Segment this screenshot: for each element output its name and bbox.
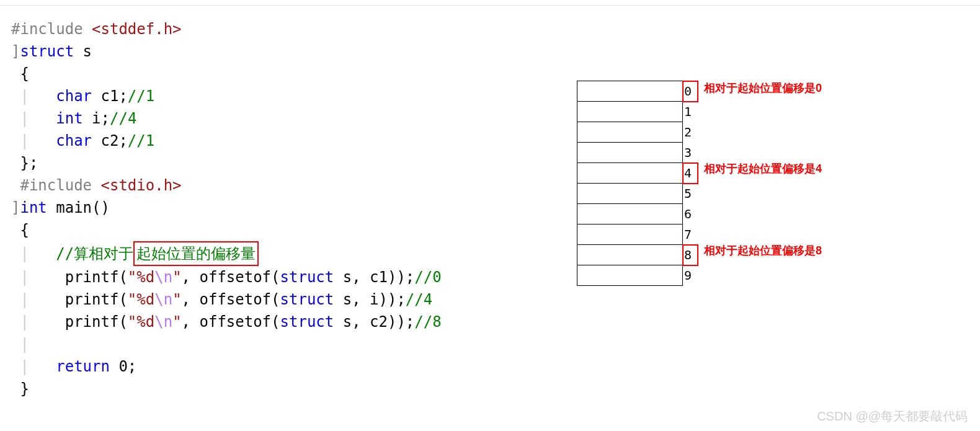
offset-6: 6 <box>683 204 698 224</box>
mem-cell-5 <box>577 184 683 204</box>
offset-4: 4 <box>683 163 698 184</box>
mem-cell-1 <box>577 102 683 122</box>
cmt-1b: //1 <box>128 132 154 149</box>
fmt-close: " <box>172 269 181 286</box>
cmt-p1: //0 <box>414 269 441 286</box>
annotation-offset-4: 相对于起始位置偏移是4 <box>704 161 822 176</box>
kw-int2: int <box>20 199 47 216</box>
mem-cell-0 <box>577 81 683 102</box>
kw-int: int <box>56 110 82 127</box>
watermark: CSDN @@每天都要敲代码 <box>817 408 968 425</box>
code-block: #include <stddef.h> ]struct s { | char c… <box>0 5 980 400</box>
header1: <stddef.h> <box>92 20 182 38</box>
offset-2: 2 <box>683 122 698 143</box>
cmt-4: //4 <box>110 110 136 127</box>
offset-1: 1 <box>683 102 698 122</box>
memory-table: 0 1 2 3 4 5 6 7 8 9 <box>577 81 698 286</box>
offset-8: 8 <box>683 245 698 265</box>
field-i: i; <box>83 110 110 127</box>
kw-char: char <box>56 87 92 105</box>
annotation-offset-0: 相对于起始位置偏移是0 <box>704 81 822 96</box>
struct-close: }; <box>20 154 38 172</box>
mem-cell-7 <box>577 224 683 245</box>
kw-struct-p1: struct <box>280 269 334 286</box>
brace-open: { <box>20 65 29 82</box>
fold-icon2: ] <box>11 199 20 216</box>
header2: <stdio.h> <box>101 177 182 194</box>
struct-name: s <box>74 43 92 60</box>
p3b: , offsetof( <box>182 313 280 331</box>
offset-3: 3 <box>683 143 698 163</box>
kw-struct-p2: struct <box>280 291 334 308</box>
kw-struct-p3: struct <box>280 313 334 331</box>
offset-9: 9 <box>683 265 698 286</box>
fold-icon: ] <box>11 43 20 60</box>
cmt-p2: //4 <box>406 291 432 308</box>
brace-close: } <box>20 380 29 398</box>
kw-return: return <box>56 358 110 375</box>
cmt-1a: //1 <box>128 87 154 105</box>
memory-layout-diagram: 0 1 2 3 4 5 6 7 8 9 相对于起始位置偏移是0 相对于起始位置偏… <box>577 81 698 286</box>
kw-struct: struct <box>20 43 74 60</box>
comment-offset-pre: //算相对于 <box>56 245 133 262</box>
p2b: , offsetof( <box>182 291 280 308</box>
preproc: #include <box>11 20 92 38</box>
mem-cell-9 <box>577 265 683 286</box>
offset-5: 5 <box>683 184 698 204</box>
mem-cell-3 <box>577 143 683 163</box>
mem-cell-6 <box>577 204 683 224</box>
fmt-open: "%d <box>128 269 154 286</box>
field-c1: c1; <box>92 87 128 105</box>
preproc2: #include <box>20 177 100 194</box>
mem-cell-2 <box>577 122 683 143</box>
p1c: s, c1)); <box>334 269 414 286</box>
offset-7: 7 <box>683 224 698 245</box>
kw-char2: char <box>56 132 92 149</box>
cmt-p3: //8 <box>414 313 441 331</box>
p1b: , offsetof( <box>182 269 280 286</box>
highlight-comment: 起始位置的偏移量 <box>133 241 259 266</box>
printf3-call: printf( <box>29 313 128 331</box>
mem-cell-8 <box>577 245 683 265</box>
field-c2: c2; <box>92 132 128 149</box>
mem-cell-4 <box>577 163 683 184</box>
annotation-offset-8: 相对于起始位置偏移是8 <box>704 243 822 258</box>
p3c: s, c2)); <box>334 313 414 331</box>
brace-open2: { <box>20 221 29 239</box>
return-val: 0; <box>110 358 136 375</box>
p2c: s, i)); <box>334 291 406 308</box>
offset-0: 0 <box>683 81 698 102</box>
main-sig: main() <box>47 199 110 216</box>
printf1-call: printf( <box>29 269 128 286</box>
esc: \n <box>154 269 172 286</box>
printf2-call: printf( <box>29 291 128 308</box>
